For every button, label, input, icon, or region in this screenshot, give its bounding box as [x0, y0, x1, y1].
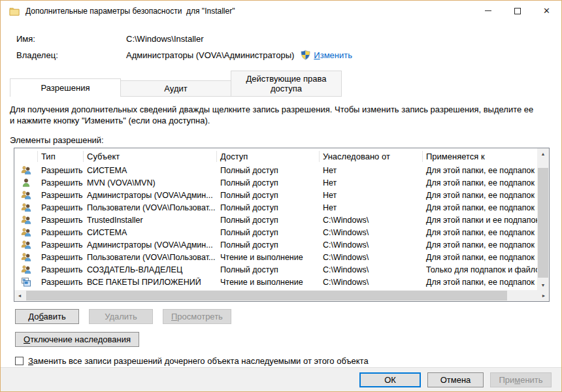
group-icon [14, 203, 38, 213]
row-access: Полный доступ [217, 216, 320, 225]
vertical-scrollbar[interactable]: ▲ ▼ [537, 148, 549, 290]
column-header-applies-to[interactable]: Применяется к [423, 151, 537, 162]
user-icon [14, 178, 38, 188]
tab-auditing[interactable]: Аудит [120, 80, 231, 97]
row-type: Разрешить [38, 191, 84, 200]
row-principal: СОЗДАТЕЛЬ-ВЛАДЕЛЕЦ [84, 265, 217, 274]
close-button[interactable]: ✕ [532, 1, 561, 21]
group-icon [14, 252, 38, 263]
vertical-scrollbar-thumb[interactable] [538, 168, 548, 278]
replace-permissions-row: Заменить все записи разрешений дочернего… [15, 356, 552, 366]
advanced-security-settings-dialog: Дополнительные параметры безопасности дл… [0, 0, 562, 392]
tab-effective-access[interactable]: Действующие права доступа [231, 71, 342, 97]
replace-permissions-checkbox[interactable] [15, 357, 24, 365]
apply-button[interactable]: Применить [490, 372, 552, 387]
row-inherited-from: C:\Windows\ [320, 216, 423, 225]
group-icon [14, 227, 38, 238]
title-bar: Дополнительные параметры безопасности дл… [1, 1, 561, 21]
table-row[interactable]: РазрешитьСОЗДАТЕЛЬ-ВЛАДЕЛЕЦПолный доступ… [14, 263, 537, 276]
row-principal: ВСЕ ПАКЕТЫ ПРИЛОЖЕНИЙ [84, 278, 217, 287]
remove-button[interactable]: Удалить [89, 309, 153, 324]
row-type: Разрешить [38, 203, 84, 212]
uac-shield-icon [301, 50, 310, 60]
table-row[interactable]: РазрешитьTrustedInstallerПолный доступC:… [14, 214, 537, 226]
column-header-inherited-from[interactable]: Унаследовано от [320, 151, 423, 162]
entry-actions: Добавить Удалить Просмотреть [15, 309, 552, 324]
owner-value: Администраторы (VOVA\Администраторы) [126, 50, 294, 60]
folder-icon [9, 6, 20, 16]
replace-permissions-label: Заменить все записи разрешений дочернего… [28, 356, 369, 366]
row-principal: Администраторы (VOVA\Админ... [84, 240, 217, 250]
change-owner-link[interactable]: Изменить [314, 50, 352, 60]
horizontal-scrollbar-thumb[interactable] [26, 291, 507, 301]
row-applies-to: Для этой папки, ее подпапок и [423, 191, 537, 200]
tab-strip: Разрешения Аудит Действующие права досту… [10, 71, 552, 97]
column-header-principal[interactable]: Субъект [84, 151, 217, 162]
permission-entries-label: Элементы разрешений: [10, 135, 552, 145]
permissions-table: Тип Субъект Доступ Унаследовано от Приме… [14, 148, 550, 302]
group-icon [14, 265, 38, 275]
row-inherited-from: C:\Windows\ [320, 278, 423, 287]
column-header-icon[interactable] [14, 151, 38, 162]
row-inherited-from: C:\Windows\ [320, 228, 423, 237]
maximize-icon [514, 8, 521, 14]
row-inherited-from: Нет [320, 191, 423, 200]
cancel-button[interactable]: Отмена [427, 372, 484, 387]
table-row[interactable]: РазрешитьПользователи (VOVA\Пользоват...… [14, 201, 537, 214]
name-value: C:\Windows\Installer [126, 34, 203, 44]
column-header-access[interactable]: Доступ [217, 151, 320, 162]
row-access: Полный доступ [217, 178, 320, 188]
row-applies-to: Для этой папки, ее подпапок и [423, 278, 537, 287]
row-applies-to: Для этой папки, ее подпапок и [423, 253, 537, 262]
dialog-footer: ОК Отмена Применить [1, 367, 561, 391]
horizontal-scrollbar[interactable]: ◄ ► [14, 290, 549, 301]
maximize-button[interactable] [503, 1, 532, 21]
tab-permissions[interactable]: Разрешения [10, 78, 121, 97]
close-icon: ✕ [543, 7, 550, 15]
scroll-up-icon[interactable]: ▲ [537, 148, 549, 159]
row-applies-to: Для этой папки и ее подпапок [423, 216, 537, 225]
ok-button[interactable]: ОК [359, 372, 421, 387]
row-inherited-from: C:\Windows\ [320, 265, 423, 274]
minimize-button[interactable] [473, 1, 503, 21]
table-row[interactable]: РазрешитьMVN (VOVA\MVN)Полный доступНетД… [14, 176, 537, 189]
row-inherited-from: Нет [320, 178, 423, 188]
scroll-down-icon[interactable]: ▼ [537, 280, 549, 290]
row-access: Чтение и выполнение [217, 253, 320, 262]
row-access: Полный доступ [217, 203, 320, 212]
table-row[interactable]: РазрешитьАдминистраторы (VOVA\Админ...По… [14, 238, 537, 251]
row-principal: Пользователи (VOVA\Пользоват... [84, 203, 217, 212]
app-package-icon [14, 277, 38, 287]
name-row: Имя: C:\Windows\Installer [16, 34, 552, 44]
row-inherited-from: Нет [320, 166, 423, 175]
row-principal: MVN (VOVA\MVN) [84, 178, 217, 188]
row-principal: СИСТЕМА [84, 166, 217, 175]
row-type: Разрешить [38, 178, 84, 188]
window-title: Дополнительные параметры безопасности дл… [25, 7, 235, 16]
table-row[interactable]: РазрешитьСИСТЕМАПолный доступНетДля этой… [14, 164, 537, 176]
row-applies-to: Для этой папки, ее подпапок и [423, 240, 537, 250]
table-row[interactable]: РазрешитьПользователи (VOVA\Пользоват...… [14, 251, 537, 263]
row-applies-to: Только для подпапок и файлов [423, 265, 537, 274]
view-button[interactable]: Просмотреть [163, 309, 231, 324]
row-access: Полный доступ [217, 228, 320, 237]
disable-inheritance-button[interactable]: Отключение наследования [15, 332, 139, 347]
row-type: Разрешить [38, 228, 84, 237]
scroll-left-icon[interactable]: ◄ [14, 293, 25, 298]
table-row[interactable]: РазрешитьАдминистраторы (VOVA\Админ...По… [14, 189, 537, 201]
row-access: Чтение и выполнение [217, 278, 320, 287]
group-icon [14, 165, 38, 176]
row-principal: Пользователи (VOVA\Пользоват... [84, 253, 217, 262]
column-header-type[interactable]: Тип [38, 151, 84, 162]
row-type: Разрешить [38, 216, 84, 225]
row-access: Полный доступ [217, 191, 320, 200]
table-row[interactable]: РазрешитьВСЕ ПАКЕТЫ ПРИЛОЖЕНИЙЧтение и в… [14, 276, 537, 288]
group-icon [14, 240, 38, 250]
add-button[interactable]: Добавить [15, 309, 79, 324]
row-access: Полный доступ [217, 166, 320, 175]
group-icon [14, 215, 38, 225]
table-row[interactable]: РазрешитьСИСТЕМАПолный доступC:\Windows\… [14, 226, 537, 238]
scroll-right-icon[interactable]: ► [538, 293, 549, 298]
group-icon [14, 190, 38, 201]
row-type: Разрешить [38, 253, 84, 262]
